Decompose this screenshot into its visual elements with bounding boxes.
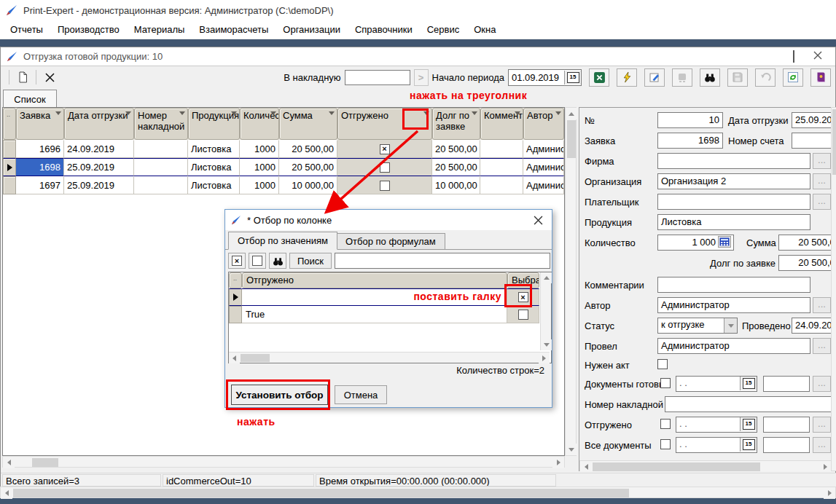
alldocs-lookup-button[interactable]: ... [813, 437, 831, 453]
scroll-thumb[interactable] [593, 462, 760, 471]
alldocs-checkbox[interactable] [660, 439, 671, 449]
cell-order[interactable]: 1698 [16, 158, 64, 176]
filter-arrow-icon[interactable] [231, 111, 237, 115]
recalculate-button[interactable] [617, 68, 637, 87]
shipped-checkbox[interactable] [660, 419, 671, 429]
menu-settlements[interactable]: Взаиморасчеты [192, 21, 276, 38]
calendar-button[interactable]: 15 [740, 438, 757, 452]
docs-ready-user-field[interactable] [763, 376, 810, 392]
organization-lookup-button[interactable]: ... [813, 173, 831, 189]
cell-ship-date[interactable]: 25.09.2019 [64, 158, 134, 176]
save-disabled-button[interactable] [727, 68, 748, 87]
cell-ship-date[interactable]: 24.09.2019 [64, 140, 134, 158]
column-header-ship-date[interactable]: Дата отгрузки [64, 108, 134, 140]
scroll-up-button[interactable] [566, 108, 577, 119]
poster-field[interactable]: Администратор [657, 338, 810, 354]
shipped-checkbox[interactable]: × [380, 144, 390, 154]
shipped-user-field[interactable] [763, 417, 810, 433]
dialog-hscrollbar[interactable] [229, 352, 550, 363]
posted-date-field[interactable]: 24.09.2019 [792, 318, 831, 334]
dialog-vscrollbar[interactable] [540, 272, 551, 350]
calendar-button[interactable]: 15 [564, 71, 581, 84]
column-header-sum[interactable]: Сумма [279, 108, 337, 140]
payer-lookup-button[interactable]: ... [813, 194, 831, 210]
cell-author[interactable]: Администратор [523, 158, 564, 176]
author-field[interactable]: Администратор [657, 297, 810, 313]
new-record-button[interactable] [13, 69, 32, 86]
scroll-down-button[interactable] [566, 444, 577, 455]
act-needed-checkbox[interactable] [657, 359, 668, 369]
cell-comment[interactable] [480, 140, 523, 158]
menu-service[interactable]: Сервис [420, 21, 467, 38]
cell-waybill[interactable] [134, 158, 188, 176]
search-input[interactable] [335, 253, 550, 269]
cell-sum[interactable]: 20 500,00 [279, 158, 337, 176]
export-excel-button[interactable] [589, 68, 609, 87]
table-row-selected[interactable]: 1698 25.09.2019 Листовка 1000 20 500,00 … [3, 158, 564, 176]
invoice-input[interactable] [345, 70, 410, 85]
poster-lookup-button[interactable]: ... [813, 338, 831, 354]
dialog-row[interactable]: True [229, 306, 539, 323]
shipped-checkbox[interactable] [380, 162, 390, 173]
shipped-date-field[interactable]: . . 15 [676, 417, 757, 433]
column-header-waybill[interactable]: Номер накладной [134, 108, 188, 140]
scroll-left-button[interactable] [3, 457, 15, 468]
cell-sum[interactable]: 10 000,00 [279, 176, 337, 194]
filter-arrow-icon[interactable] [125, 111, 131, 115]
filter-arrow-icon[interactable] [515, 111, 520, 115]
cancel-button[interactable]: Отмена [335, 385, 387, 404]
column-header-author[interactable]: Автор [523, 108, 564, 140]
table-row[interactable]: 1697 25.09.2019 Листовка 1000 10 000,00 … [3, 176, 564, 194]
cell-author[interactable]: Администратор [523, 176, 564, 194]
maximize-button[interactable] [793, 51, 794, 62]
menu-organizations[interactable]: Организации [276, 21, 348, 38]
menu-reports[interactable]: Отчеты [3, 21, 50, 38]
cell-product[interactable]: Листовка [188, 158, 240, 176]
column-header-product[interactable]: Продукция [188, 108, 240, 140]
grid-hscrollbar[interactable] [2, 456, 565, 468]
refresh-button[interactable] [783, 68, 803, 87]
mdi-hscrollbar[interactable] [0, 487, 836, 498]
shipped-checkbox[interactable] [380, 181, 390, 191]
filter-arrow-icon[interactable] [55, 111, 61, 115]
combo-dropdown-button[interactable] [724, 318, 737, 333]
ship-date-field[interactable]: 25.09.2019 [792, 112, 831, 128]
waybill-field[interactable] [665, 396, 831, 412]
shipped-lookup-button[interactable]: ... [813, 417, 831, 433]
cell-ship-date[interactable]: 25.09.2019 [64, 176, 134, 194]
cell-debt[interactable]: 10 000,00 [432, 176, 480, 194]
calendar-button[interactable]: 15 [740, 417, 757, 431]
column-header-quantity[interactable]: Количество [240, 108, 279, 140]
edit-button[interactable] [644, 68, 665, 87]
help-book-button[interactable] [810, 68, 831, 87]
filter-arrow-icon[interactable] [179, 111, 185, 115]
close-button[interactable] [813, 51, 822, 62]
panel-vscrollbar[interactable] [831, 107, 836, 471]
status-combo[interactable]: к отгрузке [657, 318, 738, 334]
cell-product[interactable]: Листовка [188, 176, 240, 194]
scroll-thumb[interactable] [241, 354, 270, 362]
cell-sum[interactable]: 20 500,00 [279, 140, 337, 158]
firm-lookup-button[interactable]: ... [813, 153, 831, 169]
filter-arrow-icon[interactable] [329, 111, 335, 115]
cell-product[interactable]: Листовка [188, 140, 240, 158]
order-field[interactable]: 1698 [657, 133, 723, 149]
alldocs-date-field[interactable]: . . 15 [676, 437, 757, 453]
comment-field[interactable] [657, 277, 810, 293]
cell-waybill[interactable] [134, 176, 188, 194]
cell-order[interactable]: 1697 [16, 176, 64, 194]
panel-hscrollbar[interactable] [579, 460, 831, 471]
calendar-button[interactable]: 15 [740, 377, 757, 390]
menu-windows[interactable]: Окна [466, 21, 503, 38]
debt-field[interactable]: 20 500,00 [778, 255, 831, 271]
cell-waybill[interactable] [134, 140, 188, 158]
undo-disabled-button[interactable] [755, 68, 776, 87]
menu-directories[interactable]: Справочники [348, 21, 420, 38]
grid-vscrollbar[interactable] [565, 107, 577, 456]
docs-ready-date-field[interactable]: . . 15 [676, 376, 757, 392]
menu-materials[interactable]: Материалы [127, 21, 192, 38]
menu-production[interactable]: Производство [50, 21, 127, 38]
uncheck-all-button[interactable] [249, 253, 266, 269]
cell-shipped[interactable] [337, 176, 432, 194]
tab-filter-by-formulas[interactable]: Отбор по формулам [336, 233, 445, 250]
